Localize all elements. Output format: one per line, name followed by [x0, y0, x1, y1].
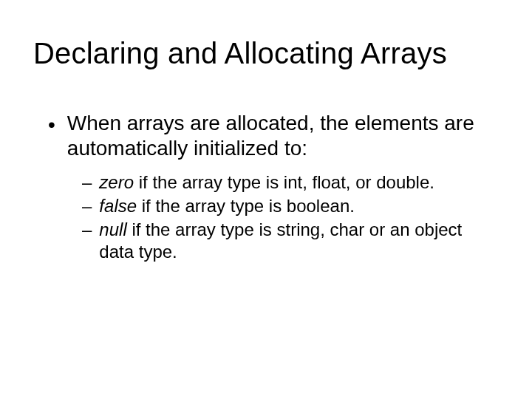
keyword: null	[99, 219, 126, 239]
sub-bullet-item: – null if the array type is string, char…	[82, 219, 499, 263]
bullet-text: When arrays are allocated, the elements …	[67, 111, 499, 161]
sub-bullet-text: null if the array type is string, char o…	[99, 219, 483, 263]
keyword: false	[99, 196, 137, 216]
sub-bullet-text: zero if the array type is int, float, or…	[99, 171, 483, 194]
slide-title: Declaring and Allocating Arrays	[33, 37, 499, 70]
rest-text: if the array type is int, float, or doub…	[134, 172, 434, 192]
sub-bullet-item: – zero if the array type is int, float, …	[82, 171, 499, 194]
slide: Declaring and Allocating Arrays • When a…	[0, 0, 532, 399]
dash-marker: –	[82, 195, 92, 217]
rest-text: if the array type is boolean.	[137, 196, 355, 216]
sub-bullet-item: – false if the array type is boolean.	[82, 195, 499, 217]
keyword: zero	[99, 172, 134, 192]
rest-text: if the array type is string, char or an …	[99, 219, 462, 262]
dash-marker: –	[82, 219, 92, 263]
dash-marker: –	[82, 171, 92, 194]
bullet-item: • When arrays are allocated, the element…	[33, 111, 499, 161]
sub-bullet-text: false if the array type is boolean.	[99, 195, 483, 217]
sub-bullet-list: – zero if the array type is int, float, …	[33, 171, 499, 263]
bullet-marker: •	[48, 112, 55, 161]
